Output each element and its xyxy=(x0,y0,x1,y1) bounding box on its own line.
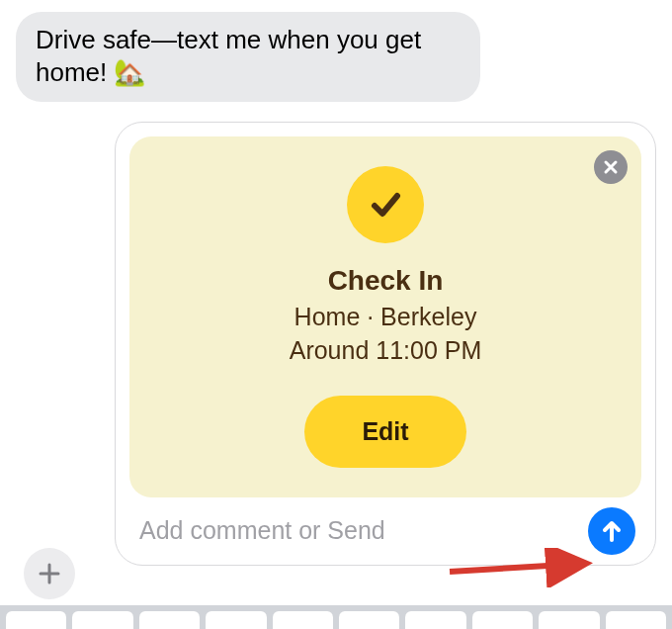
keyboard-key[interactable] xyxy=(339,611,399,629)
checkin-time: Around 11:00 PM xyxy=(290,334,482,368)
plus-icon xyxy=(37,561,62,586)
close-button[interactable] xyxy=(594,150,628,184)
incoming-message-text: Drive safe—text me when you get home! 🏡 xyxy=(36,25,421,87)
checkmark-icon xyxy=(365,184,406,225)
send-button[interactable] xyxy=(588,507,635,555)
keyboard-key[interactable] xyxy=(273,611,333,629)
checkin-card: Check In Home · Berkeley Around 11:00 PM… xyxy=(129,136,641,497)
close-icon xyxy=(603,159,619,175)
keyboard-key[interactable] xyxy=(539,611,599,629)
add-attachment-button[interactable] xyxy=(24,548,75,599)
checkin-badge xyxy=(347,166,424,243)
edit-button-label: Edit xyxy=(362,417,408,445)
keyboard-key[interactable] xyxy=(606,611,666,629)
edit-button[interactable]: Edit xyxy=(304,396,465,468)
keyboard-key[interactable] xyxy=(72,611,132,629)
compose-row: Add comment or Send xyxy=(129,497,641,559)
keyboard-key[interactable] xyxy=(206,611,266,629)
checkin-location: Home · Berkeley xyxy=(294,301,477,334)
comment-input[interactable]: Add comment or Send xyxy=(135,510,576,551)
keyboard-preview xyxy=(0,605,672,629)
keyboard-key[interactable] xyxy=(472,611,533,629)
keyboard-key[interactable] xyxy=(139,611,200,629)
incoming-message-bubble: Drive safe—text me when you get home! 🏡 xyxy=(16,12,480,102)
attachment-card-container: Check In Home · Berkeley Around 11:00 PM… xyxy=(115,122,656,566)
keyboard-key[interactable] xyxy=(405,611,465,629)
checkin-title: Check In xyxy=(328,265,444,297)
messages-screen: Drive safe—text me when you get home! 🏡 … xyxy=(0,0,672,629)
arrow-up-icon xyxy=(599,518,625,544)
keyboard-key[interactable] xyxy=(6,611,66,629)
